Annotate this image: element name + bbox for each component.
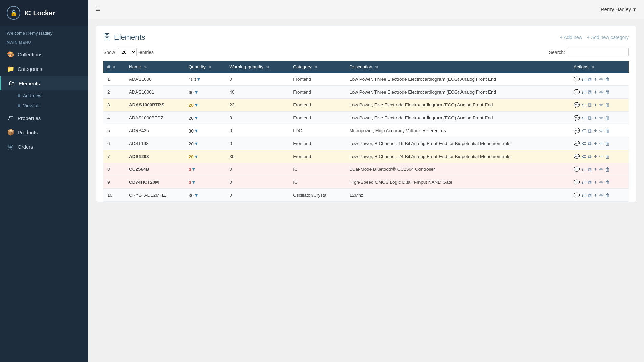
sidebar-item-products[interactable]: 📦 Products bbox=[0, 125, 88, 140]
sidebar-item-orders[interactable]: 🛒 Orders bbox=[0, 140, 88, 154]
sidebar-item-elements[interactable]: 🗂 Elements bbox=[0, 76, 88, 90]
edit-icon[interactable]: ✏ bbox=[599, 192, 604, 198]
quantity-chevron-icon[interactable]: ▾ bbox=[195, 115, 198, 121]
cell-quantity: 20 ▾ bbox=[185, 137, 226, 150]
col-description[interactable]: Description ⇅ bbox=[345, 61, 570, 73]
tag-icon[interactable]: 🏷 bbox=[581, 192, 586, 198]
tag-icon[interactable]: 🏷 bbox=[581, 128, 586, 134]
delete-icon[interactable]: 🗑 bbox=[605, 179, 610, 185]
quantity-chevron-icon[interactable]: ▾ bbox=[195, 192, 198, 198]
add-icon[interactable]: ＋ bbox=[593, 166, 598, 173]
edit-icon[interactable]: ✏ bbox=[599, 76, 604, 82]
quantity-chevron-icon[interactable]: ▾ bbox=[195, 154, 198, 159]
quantity-chevron-icon[interactable]: ▾ bbox=[192, 166, 195, 172]
copy-icon[interactable]: ⧉ bbox=[588, 115, 592, 121]
sidebar-item-properties[interactable]: 🏷 Properties bbox=[0, 111, 88, 125]
comment-icon[interactable]: 💬 bbox=[574, 192, 580, 198]
col-category[interactable]: Category ⇅ bbox=[289, 61, 345, 73]
tag-icon[interactable]: 🏷 bbox=[581, 141, 586, 146]
tag-icon[interactable]: 🏷 bbox=[581, 76, 586, 82]
edit-icon[interactable]: ✏ bbox=[599, 154, 604, 160]
col-warning-quantity[interactable]: Warning quantity ⇅ bbox=[225, 61, 289, 73]
sidebar-item-categories[interactable]: 📁 Categories bbox=[0, 62, 88, 76]
table-row: 1 ADAS1000 150 ▾ 0 Frontend Low Power, T… bbox=[103, 73, 629, 86]
cell-name: ADS1198 bbox=[125, 137, 185, 150]
delete-icon[interactable]: 🗑 bbox=[605, 76, 610, 82]
delete-icon[interactable]: 🗑 bbox=[605, 115, 610, 121]
search-input[interactable] bbox=[568, 48, 629, 56]
copy-icon[interactable]: ⧉ bbox=[588, 166, 592, 173]
delete-icon[interactable]: 🗑 bbox=[605, 128, 610, 134]
add-new-button[interactable]: + Add new bbox=[560, 35, 582, 40]
tag-icon[interactable]: 🏷 bbox=[581, 166, 586, 172]
delete-icon[interactable]: 🗑 bbox=[605, 154, 610, 159]
quantity-chevron-icon[interactable]: ▾ bbox=[195, 128, 198, 134]
comment-icon[interactable]: 💬 bbox=[574, 141, 580, 147]
comment-icon[interactable]: 💬 bbox=[574, 76, 580, 82]
comment-icon[interactable]: 💬 bbox=[574, 102, 580, 108]
quantity-chevron-icon[interactable]: ▾ bbox=[195, 89, 198, 95]
quantity-chevron-icon[interactable]: ▾ bbox=[192, 179, 195, 185]
sidebar-sub-view-all[interactable]: View all bbox=[18, 101, 88, 111]
delete-icon[interactable]: 🗑 bbox=[605, 166, 610, 172]
edit-icon[interactable]: ✏ bbox=[599, 166, 604, 173]
col-actions[interactable]: Actions ⇅ bbox=[570, 61, 629, 73]
copy-icon[interactable]: ⧉ bbox=[588, 102, 592, 108]
add-icon[interactable]: ＋ bbox=[593, 153, 598, 160]
delete-icon[interactable]: 🗑 bbox=[605, 141, 610, 146]
edit-icon[interactable]: ✏ bbox=[599, 102, 604, 108]
add-icon[interactable]: ＋ bbox=[593, 140, 598, 147]
copy-icon[interactable]: ⧉ bbox=[588, 141, 592, 147]
tag-icon[interactable]: 🏷 bbox=[581, 179, 586, 185]
tag-icon[interactable]: 🏷 bbox=[581, 102, 586, 108]
edit-icon[interactable]: ✏ bbox=[599, 128, 604, 134]
add-new-category-button[interactable]: + Add new category bbox=[587, 35, 629, 40]
tag-icon[interactable]: 🏷 bbox=[581, 154, 586, 159]
copy-icon[interactable]: ⧉ bbox=[588, 192, 592, 198]
quantity-chevron-icon[interactable]: ▾ bbox=[195, 141, 198, 146]
tag-icon[interactable]: 🏷 bbox=[581, 89, 586, 95]
delete-icon[interactable]: 🗑 bbox=[605, 89, 610, 95]
comment-icon[interactable]: 💬 bbox=[574, 166, 580, 173]
comment-icon[interactable]: 💬 bbox=[574, 89, 580, 95]
cell-name: ADS1298 bbox=[125, 150, 185, 163]
entries-select[interactable]: 20 50 100 bbox=[118, 48, 137, 56]
quantity-chevron-icon[interactable]: ▾ bbox=[195, 102, 198, 108]
quantity-chevron-icon[interactable]: ▾ bbox=[197, 76, 200, 82]
edit-icon[interactable]: ✏ bbox=[599, 89, 604, 95]
sidebar-item-collections[interactable]: 🎨 Collections bbox=[0, 47, 88, 62]
add-icon[interactable]: ＋ bbox=[593, 179, 598, 185]
comment-icon[interactable]: 💬 bbox=[574, 115, 580, 121]
tag-icon[interactable]: 🏷 bbox=[581, 115, 586, 121]
edit-icon[interactable]: ✏ bbox=[599, 141, 604, 147]
comment-icon[interactable]: 💬 bbox=[574, 179, 580, 185]
copy-icon[interactable]: ⧉ bbox=[588, 89, 592, 95]
sidebar-sub-add-new[interactable]: Add new bbox=[18, 90, 88, 101]
cell-description: Low Power, Three Electrode Electrocardio… bbox=[345, 86, 570, 99]
hamburger-icon[interactable]: ≡ bbox=[96, 5, 100, 13]
edit-icon[interactable]: ✏ bbox=[599, 115, 604, 121]
add-icon[interactable]: ＋ bbox=[593, 127, 598, 134]
delete-icon[interactable]: 🗑 bbox=[605, 192, 610, 198]
copy-icon[interactable]: ⧉ bbox=[588, 179, 592, 185]
add-icon[interactable]: ＋ bbox=[593, 89, 598, 95]
copy-icon[interactable]: ⧉ bbox=[588, 76, 592, 82]
edit-icon[interactable]: ✏ bbox=[599, 179, 604, 185]
col-name[interactable]: Name ⇅ bbox=[125, 61, 185, 73]
cell-quantity: 20 ▾ bbox=[185, 99, 226, 112]
stack-icon: 🗄 bbox=[103, 33, 111, 42]
add-icon[interactable]: ＋ bbox=[593, 102, 598, 108]
comment-icon[interactable]: 💬 bbox=[574, 154, 580, 160]
cell-warning-quantity: 0 bbox=[225, 189, 289, 202]
comment-icon[interactable]: 💬 bbox=[574, 128, 580, 134]
cell-num: 6 bbox=[103, 137, 125, 150]
add-icon[interactable]: ＋ bbox=[593, 192, 598, 198]
add-icon[interactable]: ＋ bbox=[593, 76, 598, 82]
col-quantity[interactable]: Quantity ⇅ bbox=[185, 61, 226, 73]
user-menu[interactable]: Remy Hadley ▾ bbox=[601, 6, 636, 13]
add-icon[interactable]: ＋ bbox=[593, 115, 598, 121]
copy-icon[interactable]: ⧉ bbox=[588, 128, 592, 134]
col-num[interactable]: # ⇅ bbox=[103, 61, 125, 73]
copy-icon[interactable]: ⧉ bbox=[588, 154, 592, 160]
delete-icon[interactable]: 🗑 bbox=[605, 102, 610, 108]
